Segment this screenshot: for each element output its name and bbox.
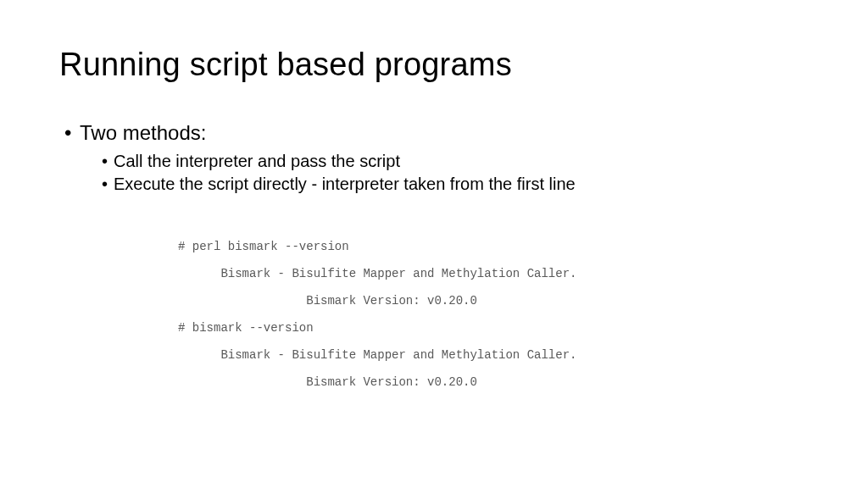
code-line: Bismark - Bisulfite Mapper and Methylati… (178, 349, 809, 361)
bullet-level2: •Execute the script directly - interpret… (102, 175, 809, 194)
code-line: Bismark - Bisulfite Mapper and Methylati… (178, 268, 809, 280)
code-block: # perl bismark --version Bismark - Bisul… (178, 241, 809, 388)
code-line: # perl bismark --version (178, 241, 809, 252)
code-line: Bismark Version: v0.20.0 (178, 295, 809, 307)
bullet-level1: •Two methods: (64, 121, 809, 145)
bullet-dot-icon: • (102, 152, 114, 171)
bullet-dot-icon: • (64, 121, 80, 145)
bullet-l1-text: Two methods: (80, 121, 206, 144)
bullet-l2a-text: Call the interpreter and pass the script (114, 152, 400, 170)
bullet-level2: •Call the interpreter and pass the scrip… (102, 152, 809, 171)
slide-title: Running script based programs (59, 47, 809, 83)
code-line: # bismark --version (178, 322, 809, 334)
bullet-dot-icon: • (102, 175, 114, 194)
bullet-l2b-text: Execute the script directly - interprete… (114, 175, 576, 193)
code-line: Bismark Version: v0.20.0 (178, 376, 809, 388)
